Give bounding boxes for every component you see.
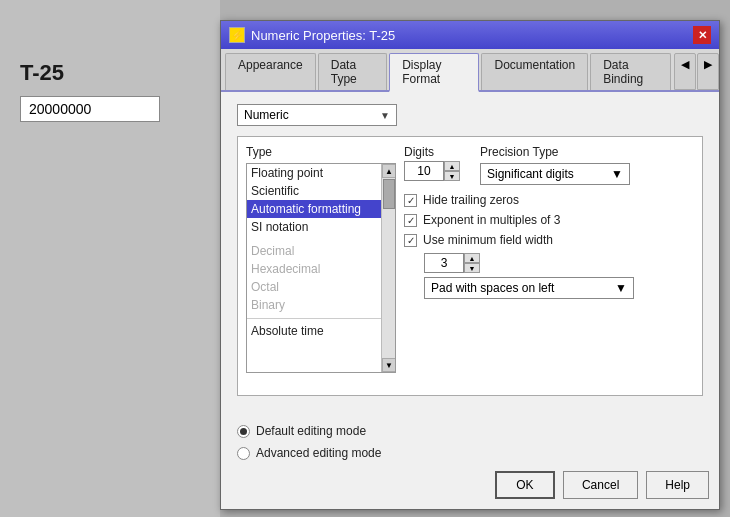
- pad-arrow: ▼: [615, 281, 627, 295]
- dialog-content: Numeric ▼ Type Floating point Scientific…: [221, 92, 719, 408]
- radio-advanced-btn[interactable]: [237, 447, 250, 460]
- type-item-absolute[interactable]: Absolute time: [247, 322, 395, 340]
- numeric-dropdown[interactable]: Numeric ▼: [237, 104, 397, 126]
- dialog-icon: ⚡: [229, 27, 245, 43]
- type-item-scientific[interactable]: Scientific: [247, 182, 395, 200]
- digits-spinner-buttons: ▲ ▼: [444, 161, 460, 181]
- min-width-spinner: ▲ ▼: [424, 253, 694, 273]
- radio-default-btn[interactable]: [237, 425, 250, 438]
- type-item-floating[interactable]: Floating point: [247, 164, 395, 182]
- type-item-octal[interactable]: Octal: [247, 278, 395, 296]
- precision-value: Significant digits: [487, 167, 574, 181]
- digits-down-btn[interactable]: ▼: [444, 171, 460, 181]
- exponent-label: Exponent in multiples of 3: [423, 213, 560, 227]
- precision-arrow: ▼: [611, 167, 623, 181]
- variable-label: T-25: [20, 60, 200, 86]
- digits-precision-row: Digits ▲ ▼ Precision Type Significa: [404, 145, 694, 185]
- checkbox-exponent: ✓ Exponent in multiples of 3: [404, 213, 694, 227]
- radio-advanced: Advanced editing mode: [237, 446, 703, 460]
- dialog-title: Numeric Properties: T-25: [251, 28, 395, 43]
- left-panel: T-25 20000000: [0, 0, 220, 517]
- digits-label: Digits: [404, 145, 460, 159]
- list-scrollbar: ▲ ▼: [381, 164, 395, 372]
- dialog-window: ⚡ Numeric Properties: T-25 ✕ Appearance …: [220, 20, 720, 510]
- digits-group: Digits ▲ ▼: [404, 145, 460, 181]
- right-panel: Digits ▲ ▼ Precision Type Significa: [404, 145, 694, 387]
- min-width-down-btn[interactable]: ▼: [464, 263, 480, 273]
- min-field-label: Use minimum field width: [423, 233, 553, 247]
- precision-label: Precision Type: [480, 145, 630, 159]
- hide-trailing-label: Hide trailing zeros: [423, 193, 519, 207]
- type-item-decimal[interactable]: Decimal: [247, 242, 395, 260]
- scroll-thumb[interactable]: [383, 179, 395, 209]
- numeric-type-row: Numeric ▼: [237, 104, 703, 126]
- titlebar: ⚡ Numeric Properties: T-25 ✕: [221, 21, 719, 49]
- scroll-down-arrow[interactable]: ▼: [382, 358, 396, 372]
- min-field-checkbox[interactable]: ✓: [404, 234, 417, 247]
- checkbox-min-field: ✓ Use minimum field width: [404, 233, 694, 247]
- ok-button[interactable]: OK: [495, 471, 555, 499]
- exponent-checkbox[interactable]: ✓: [404, 214, 417, 227]
- type-item-hex[interactable]: Hexadecimal: [247, 260, 395, 278]
- min-width-spinner-buttons: ▲ ▼: [464, 253, 480, 273]
- tab-appearance[interactable]: Appearance: [225, 53, 316, 90]
- pad-value: Pad with spaces on left: [431, 281, 554, 295]
- titlebar-left: ⚡ Numeric Properties: T-25: [229, 27, 395, 43]
- scroll-up-arrow[interactable]: ▲: [382, 164, 396, 178]
- min-width-input[interactable]: [424, 253, 464, 273]
- type-list[interactable]: Floating point Scientific Automatic form…: [246, 163, 396, 373]
- indent-section: ▲ ▼ Pad with spaces on left ▼: [404, 253, 694, 299]
- type-item-automatic[interactable]: Automatic formatting: [247, 200, 395, 218]
- tab-display-format[interactable]: Display Format: [389, 53, 479, 92]
- type-item-binary[interactable]: Binary: [247, 296, 395, 314]
- numeric-dropdown-value: Numeric: [244, 108, 289, 122]
- cancel-button[interactable]: Cancel: [563, 471, 638, 499]
- radio-advanced-label: Advanced editing mode: [256, 446, 381, 460]
- digits-input[interactable]: [404, 161, 444, 181]
- min-width-up-btn[interactable]: ▲: [464, 253, 480, 263]
- type-item-si[interactable]: SI notation: [247, 218, 395, 236]
- variable-value: 20000000: [20, 96, 160, 122]
- tab-bar: Appearance Data Type Display Format Docu…: [221, 49, 719, 92]
- type-list-container: Type Floating point Scientific Automatic…: [246, 145, 396, 387]
- digits-up-btn[interactable]: ▲: [444, 161, 460, 171]
- tab-arrow-left[interactable]: ◀: [674, 53, 696, 90]
- radio-default-label: Default editing mode: [256, 424, 366, 438]
- precision-group: Precision Type Significant digits ▼: [480, 145, 630, 185]
- radio-default: Default editing mode: [237, 424, 703, 438]
- digits-spinner: ▲ ▼: [404, 161, 460, 181]
- checkbox-hide-trailing: ✓ Hide trailing zeros: [404, 193, 694, 207]
- hide-trailing-checkbox[interactable]: ✓: [404, 194, 417, 207]
- tab-data-type[interactable]: Data Type: [318, 53, 387, 90]
- close-button[interactable]: ✕: [693, 26, 711, 44]
- main-section: Type Floating point Scientific Automatic…: [237, 136, 703, 396]
- footer-buttons: OK Cancel Help: [495, 471, 709, 499]
- tab-arrow-right[interactable]: ▶: [697, 53, 719, 90]
- pad-dropdown[interactable]: Pad with spaces on left ▼: [424, 277, 634, 299]
- type-list-label: Type: [246, 145, 396, 159]
- precision-dropdown[interactable]: Significant digits ▼: [480, 163, 630, 185]
- help-button[interactable]: Help: [646, 471, 709, 499]
- bottom-area: Default editing mode Advanced editing mo…: [221, 408, 719, 476]
- tab-data-binding[interactable]: Data Binding: [590, 53, 671, 90]
- numeric-dropdown-arrow: ▼: [380, 110, 390, 121]
- tab-documentation[interactable]: Documentation: [481, 53, 588, 90]
